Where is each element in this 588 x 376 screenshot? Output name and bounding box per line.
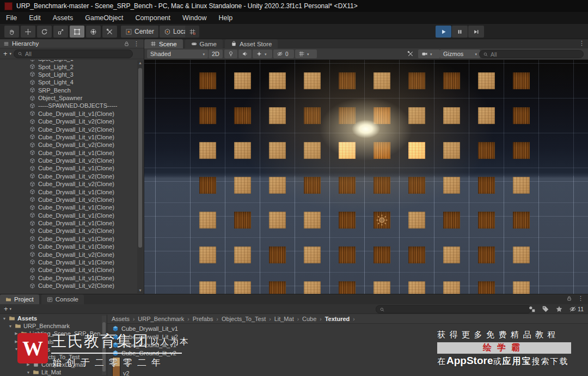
tab-asset-store[interactable]: Asset Store <box>225 39 278 48</box>
scene-cube[interactable] <box>199 246 216 263</box>
scene-cube[interactable] <box>373 246 390 263</box>
scene-cube[interactable] <box>234 142 251 159</box>
scene-menu-icon[interactable]: ⋮ <box>578 40 586 46</box>
scene-cube[interactable] <box>234 281 251 294</box>
scene-cube[interactable] <box>513 107 530 124</box>
hierarchy-item[interactable]: SRP_Bench <box>0 87 137 94</box>
hierarchy-item[interactable]: Cube_Drywall_Lit_v2(Clone) <box>0 157 137 164</box>
2d-toggle-button[interactable]: 2D <box>209 50 223 58</box>
gizmos-dropdown[interactable]: Gizmos ▾ <box>440 50 480 58</box>
scene-cube[interactable] <box>339 246 356 263</box>
project-tree-item[interactable]: ▶ComplexLit_mat <box>0 361 107 368</box>
caret-down-icon[interactable]: ▼ <box>20 355 24 359</box>
project-create-dropdown-icon[interactable]: ▾ <box>10 307 12 311</box>
scene-cube[interactable] <box>304 212 321 229</box>
scene-cube[interactable] <box>199 72 216 89</box>
hand-tool[interactable] <box>4 26 19 38</box>
caret-right-icon[interactable]: ▶ <box>14 340 19 344</box>
scene-cube[interactable] <box>234 107 251 124</box>
scene-cube[interactable] <box>443 177 460 194</box>
scene-cube[interactable] <box>408 177 425 194</box>
scene-cube[interactable] <box>199 281 216 294</box>
rect-tool[interactable] <box>70 26 84 38</box>
scene-cube[interactable] <box>513 281 530 294</box>
hierarchy-item[interactable]: Cube_Drywall_Lit_v1(Clone) <box>0 204 137 211</box>
scene-cube[interactable] <box>408 281 425 294</box>
breadcrumb-item[interactable]: URP_Benchmark <box>138 316 184 322</box>
custom-tool[interactable] <box>102 26 117 38</box>
scene-tools-button[interactable] <box>404 50 418 58</box>
scene-cube[interactable] <box>408 107 425 124</box>
scene-cube[interactable] <box>269 107 286 124</box>
project-tree-item[interactable]: ▼Assets <box>0 315 107 322</box>
create-button[interactable]: + <box>3 50 8 57</box>
scene-cube[interactable] <box>234 246 251 263</box>
hierarchy-scrollbar[interactable]: ▲ ▼ <box>137 60 143 293</box>
hierarchy-item[interactable]: Cube_Drywall_Lit_v2(Clone) <box>0 141 137 149</box>
filter-by-label-icon[interactable] <box>542 305 549 313</box>
hierarchy-item[interactable]: Cube_Drywall_Lit_v2(Clone) <box>0 172 137 180</box>
scene-cube[interactable] <box>478 281 495 294</box>
project-item[interactable]: Cube_Drywall_Lit_v2 <box>107 332 588 341</box>
hierarchy-item[interactable]: Cube_Drywall_Lit_v2(Clone) <box>0 227 137 235</box>
scene-cube[interactable] <box>513 72 530 89</box>
caret-down-icon[interactable]: ▼ <box>14 347 19 351</box>
hierarchy-item[interactable]: Spot_Light_2 <box>0 63 137 70</box>
caret-down-icon[interactable]: ▼ <box>26 371 30 374</box>
scene-cube[interactable] <box>513 246 530 263</box>
project-create-button[interactable]: + <box>4 305 8 312</box>
scene-cube[interactable] <box>269 246 286 263</box>
scene-cube[interactable] <box>269 212 286 229</box>
scene-cube[interactable] <box>478 246 495 263</box>
move-tool[interactable] <box>21 26 35 38</box>
scene-effects-toggle[interactable]: ▾ <box>253 50 272 58</box>
scroll-down-icon[interactable]: ▼ <box>137 288 143 293</box>
scrollbar-thumb[interactable] <box>138 68 142 248</box>
pause-button[interactable] <box>452 26 468 38</box>
scene-cube[interactable] <box>443 212 460 229</box>
scene-cube[interactable] <box>443 246 460 263</box>
scene-cube[interactable] <box>443 281 460 294</box>
scene-cube[interactable] <box>304 246 321 263</box>
tree-scrollbar[interactable] <box>102 316 106 375</box>
scene-cube[interactable] <box>443 107 460 124</box>
project-tree-item[interactable]: ▼Objects_To_Test <box>0 353 107 361</box>
caret-down-icon[interactable]: ▼ <box>2 317 7 320</box>
scene-cube[interactable] <box>408 246 425 263</box>
hierarchy-item[interactable]: Cube_Drywall_Lit_v1(Clone) <box>0 258 137 266</box>
scrollbar-thumb[interactable] <box>102 322 106 372</box>
project-tree-item[interactable]: ▼Prefabs <box>0 346 107 353</box>
scene-cube[interactable] <box>443 72 460 89</box>
project-item[interactable]: Cube_Ground_lit_v1 <box>107 341 588 349</box>
project-visibility-toggle[interactable]: 11 <box>569 305 584 313</box>
scene-cube[interactable] <box>304 72 321 89</box>
scene-cube[interactable] <box>373 281 390 294</box>
scene-grid-toggle[interactable]: ▾ <box>295 50 317 58</box>
scene-cube[interactable] <box>304 281 321 294</box>
hierarchy-item[interactable]: Cube_Drywall_Lit_v1(Clone) <box>0 212 137 219</box>
scene-cube[interactable] <box>373 177 390 194</box>
scene-cube[interactable] <box>408 142 425 159</box>
hierarchy-item[interactable]: Cube_Drywall_Lit_v2(Clone) <box>0 196 137 204</box>
hierarchy-item[interactable]: Cube_Drywall_Lit_v1(Clone) <box>0 266 137 274</box>
scene-camera-button[interactable]: ▾ <box>418 50 440 58</box>
menu-edit[interactable]: Edit <box>23 12 47 24</box>
play-button[interactable] <box>436 26 451 38</box>
scene-cube[interactable] <box>339 72 356 89</box>
breadcrumb-item[interactable]: Assets <box>112 316 130 322</box>
scene-cube[interactable] <box>513 177 530 194</box>
transform-tool[interactable] <box>86 26 101 38</box>
draw-mode-dropdown[interactable]: Shaded ▾ <box>147 50 208 58</box>
scene-cube[interactable] <box>269 72 286 89</box>
hierarchy-item[interactable]: Cube_Drywall_Lit_v2(Clone) <box>0 180 137 188</box>
tab-console[interactable]: Console <box>41 294 84 304</box>
breadcrumb-item[interactable]: Objects_To_Test <box>222 316 266 322</box>
scene-cube[interactable] <box>234 212 251 229</box>
scene-light-toggle[interactable] <box>224 50 237 58</box>
tab-project[interactable]: Project <box>0 294 39 304</box>
scene-cube[interactable] <box>339 281 356 294</box>
scene-viewport[interactable] <box>144 60 588 294</box>
menu-file[interactable]: File <box>0 12 23 24</box>
scene-cube[interactable] <box>199 177 216 194</box>
menu-assets[interactable]: Assets <box>47 12 79 24</box>
